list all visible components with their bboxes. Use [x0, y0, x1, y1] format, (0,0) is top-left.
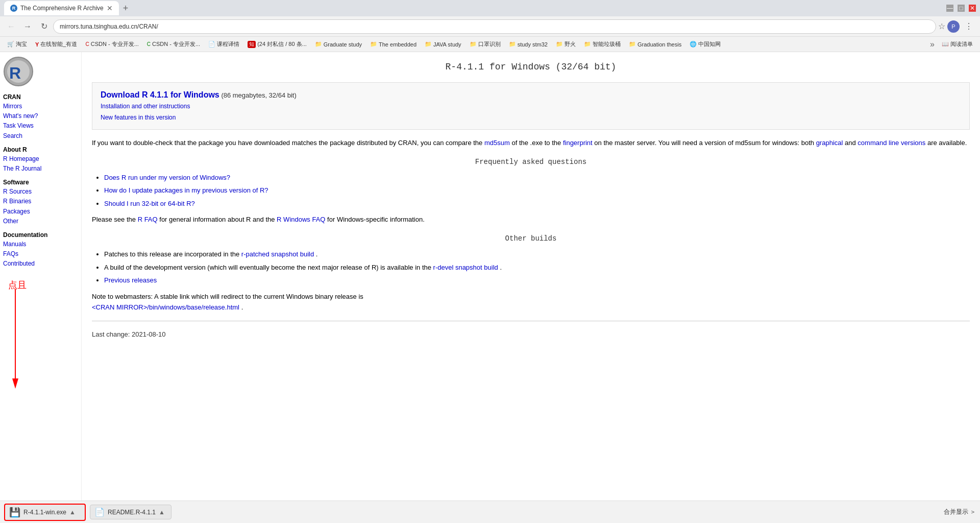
r-windows-faq-link[interactable]: R Windows FAQ	[277, 216, 325, 223]
faq-item-2: How do I update packages in my previous …	[104, 185, 970, 196]
sidebar-item-task-views[interactable]: Task Views	[3, 121, 78, 131]
menu-button[interactable]: ⋮	[962, 19, 976, 34]
cran-label: CRAN	[3, 93, 78, 101]
page-content: R-4.1.1 for Windows (32/64 bit) Download…	[82, 52, 980, 501]
bookmark-graduate[interactable]: 📁 Graduate study	[312, 40, 365, 49]
bookmark-course[interactable]: 📄 课程译情	[205, 39, 242, 49]
graphical-link[interactable]: graphical	[816, 139, 843, 147]
toolbar: ← → ↻ ☆ P ⋮	[0, 16, 980, 37]
r-patched-link[interactable]: r-patched snapshot build	[241, 250, 314, 258]
sidebar: R CRAN Mirrors What's new? Task Views Se…	[0, 52, 82, 501]
sidebar-item-r-homepage[interactable]: R Homepage	[3, 154, 78, 164]
download-exe-arrow[interactable]: ▲	[69, 509, 76, 516]
bookmark-embedded[interactable]: 📁 The embedded	[367, 40, 420, 49]
sidebar-item-r-binaries[interactable]: R Binaries	[3, 197, 78, 206]
body-text-2: of the .exe to the	[511, 139, 561, 147]
faq-link-3[interactable]: Should I run 32-bit or 64-bit R?	[104, 200, 195, 207]
profile-button[interactable]: P	[947, 20, 960, 33]
download-readme-icon: 📄	[94, 507, 105, 517]
bookmark-thesis[interactable]: 📁 Graduation thesis	[626, 40, 684, 49]
software-label: Software	[3, 179, 78, 186]
sidebar-item-packages[interactable]: Packages	[3, 207, 78, 217]
show-all-downloads[interactable]: 合并显示 ＞	[944, 508, 976, 516]
sidebar-item-other[interactable]: Other	[3, 217, 78, 226]
body-text-4: and	[845, 139, 856, 147]
tab-close-button[interactable]: ✕	[107, 4, 113, 12]
download-item-readme[interactable]: 📄 README.R-4.1.1 ▲	[90, 505, 172, 519]
sidebar-item-manuals[interactable]: Manuals	[3, 240, 78, 249]
faq-item-3: Should I run 32-bit or 64-bit R?	[104, 199, 970, 209]
md5sum-link[interactable]: md5sum	[484, 139, 510, 147]
content-area: R CRAN Mirrors What's new? Task Views Se…	[0, 52, 980, 501]
annotation-arrow	[10, 289, 20, 391]
download-exe-name: R-4.1.1-win.exe	[23, 509, 66, 516]
download-row: Download R 4.1.1 for Windows (86 megabyt…	[101, 89, 961, 101]
svg-text:R: R	[9, 64, 21, 82]
bookmark-mask[interactable]: 📁 口罩识别	[467, 39, 504, 49]
window-controls: — □ ✕	[946, 5, 976, 12]
sidebar-item-contributed[interactable]: Contributed	[3, 259, 78, 269]
horizontal-rule	[92, 321, 970, 321]
download-exe-icon: 💾	[9, 507, 20, 518]
body-text-1: If you want to double-check that the pac…	[92, 139, 482, 147]
download-r-link[interactable]: Download R 4.1.1 for Windows	[101, 90, 219, 99]
download-readme-arrow[interactable]: ▲	[159, 509, 165, 516]
faq-list: Does R run under my version of Windows? …	[104, 173, 970, 209]
new-features-link[interactable]: New features in this version	[101, 112, 961, 124]
fingerprint-link[interactable]: fingerprint	[563, 139, 593, 147]
download-bar: 💾 R-4.1.1-win.exe ▲ 📄 README.R-4.1.1 ▲ 合…	[0, 501, 980, 523]
bookmark-taobao[interactable]: 🛒 淘宝	[4, 39, 30, 49]
sidebar-item-mirrors[interactable]: Mirrors	[3, 102, 78, 111]
bookmark-trash[interactable]: 📁 智能垃圾桶	[581, 39, 624, 49]
tab-favicon: R	[10, 5, 17, 12]
sidebar-item-faqs[interactable]: FAQs	[3, 249, 78, 259]
svg-marker-4	[12, 378, 18, 389]
last-change: Last change: 2021-08-10	[92, 329, 970, 340]
faq-link-2[interactable]: How do I update packages in my previous …	[104, 186, 268, 194]
back-button[interactable]: ←	[4, 19, 18, 34]
bookmark-stm32[interactable]: 📁 study stm32	[506, 40, 551, 49]
bookmark-cnki[interactable]: 🌐 中国知网	[687, 39, 724, 49]
minimize-button[interactable]: —	[946, 5, 953, 12]
new-tab-button[interactable]: +	[119, 3, 133, 14]
bookmark-fire[interactable]: 📁 野火	[553, 39, 579, 49]
faq-paragraph: Please see the R FAQ for general informa…	[92, 215, 970, 225]
address-bar[interactable]	[53, 19, 936, 34]
sidebar-item-r-sources[interactable]: R Sources	[3, 187, 78, 197]
bookmark-java[interactable]: 📁 JAVA study	[422, 40, 464, 49]
browser-tab[interactable]: R The Comprehensive R Archive ✕	[4, 1, 119, 15]
browser-frame: R The Comprehensive R Archive ✕ + — □ ✕ …	[0, 0, 980, 523]
bookmark-csdn2[interactable]: C CSDN - 专业开发...	[144, 39, 203, 49]
r-devel-link[interactable]: r-devel snapshot build	[433, 264, 498, 271]
bookmark-reading-list[interactable]: 📖 阅读清单	[939, 39, 976, 49]
faq-text-3: for Windows-specific information.	[327, 216, 425, 223]
installation-instructions-link[interactable]: Installation and other instructions	[101, 101, 961, 112]
cmdline-link[interactable]: command line versions	[857, 139, 925, 147]
title-bar: R The Comprehensive R Archive ✕ + — □ ✕	[0, 0, 980, 16]
about-r-label: About R	[3, 146, 78, 153]
bookmark-star-button[interactable]: ☆	[938, 21, 945, 31]
forward-button[interactable]: →	[20, 19, 35, 34]
more-bookmarks-button[interactable]: »	[930, 40, 935, 49]
maximize-button[interactable]: □	[958, 5, 965, 12]
other-builds-item-1: Patches to this release are incorporated…	[104, 249, 970, 259]
bookmark-csdn1[interactable]: C CSDN - 专业开发...	[82, 39, 141, 49]
previous-releases-link[interactable]: Previous releases	[104, 276, 157, 284]
refresh-button[interactable]: ↻	[37, 19, 51, 34]
r-faq-link[interactable]: R FAQ	[138, 216, 158, 223]
other-builds-list: Patches to this release are incorporated…	[104, 249, 970, 286]
cran-mirror-link[interactable]: <CRAN MIRROR>/bin/windows/base/release.h…	[92, 303, 239, 311]
close-button[interactable]: ✕	[969, 5, 976, 12]
faq-link-1[interactable]: Does R run under my version of Windows?	[104, 174, 230, 181]
documentation-label: Documentation	[3, 231, 78, 239]
bookmark-youdao[interactable]: Y 在线智能_有道	[32, 39, 80, 49]
sidebar-item-search[interactable]: Search	[3, 131, 78, 141]
other-builds-item-3: Previous releases	[104, 275, 970, 286]
body-text-3: on the master server. You will need a ve…	[594, 139, 814, 147]
bookmark-messages[interactable]: 知 (24 封私信 / 80 条...	[244, 39, 310, 49]
sidebar-item-r-journal[interactable]: The R Journal	[3, 164, 78, 174]
download-size: (86 megabytes, 32/64 bit)	[221, 91, 296, 99]
r-logo: R	[3, 56, 78, 88]
download-item-exe[interactable]: 💾 R-4.1.1-win.exe ▲	[4, 504, 86, 521]
sidebar-item-whats-new[interactable]: What's new?	[3, 111, 78, 121]
